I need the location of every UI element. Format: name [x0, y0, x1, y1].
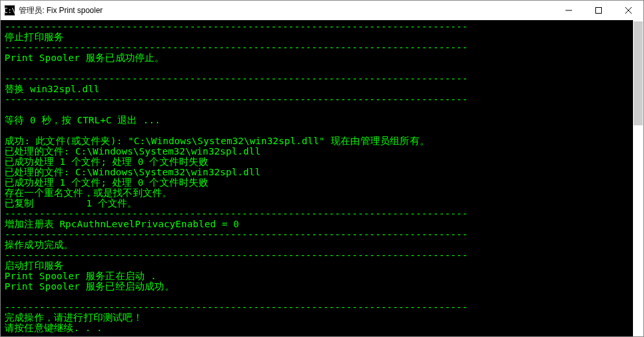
console-output[interactable]: ----------------------------------------…: [1, 20, 633, 336]
maximize-icon: [595, 7, 602, 14]
titlebar-controls: [554, 1, 643, 20]
console-area: ----------------------------------------…: [1, 20, 643, 336]
titlebar: C:\ 管理员: Fix Print spooler: [1, 1, 643, 20]
vertical-scrollbar[interactable]: [633, 20, 643, 336]
minimize-button[interactable]: [554, 1, 584, 20]
scrollbar-thumb[interactable]: [634, 21, 643, 125]
terminal-window: C:\ 管理员: Fix Print spooler -------------…: [0, 0, 644, 337]
close-icon: [625, 7, 632, 14]
minimize-icon: [566, 7, 572, 14]
svg-rect-1: [596, 8, 602, 14]
app-icon: C:\: [5, 5, 15, 16]
close-button[interactable]: [614, 1, 643, 20]
maximize-button[interactable]: [584, 1, 614, 20]
window-title: 管理员: Fix Print spooler: [19, 5, 102, 16]
